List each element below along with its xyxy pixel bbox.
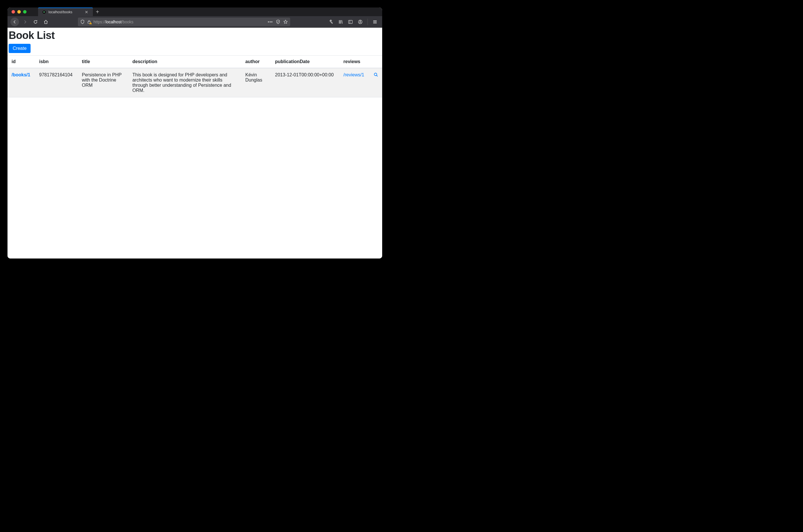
th-description: description <box>128 56 241 68</box>
th-reviews: reviews <box>340 56 369 68</box>
favicon-icon: ✦ <box>42 10 46 14</box>
th-title: title <box>78 56 128 68</box>
connection-lock-icon[interactable] <box>87 20 91 24</box>
url-text: https://localhost/books <box>93 20 266 24</box>
view-row-button[interactable] <box>373 72 378 77</box>
wrench-icon <box>329 20 333 24</box>
svg-point-10 <box>375 73 377 76</box>
th-author: author <box>241 56 271 68</box>
browser-toolbar: https://localhost/books ••• <box>7 16 382 28</box>
new-tab-button[interactable]: + <box>93 7 102 16</box>
bookmark-star-icon[interactable] <box>283 20 288 24</box>
table-header-row: id isbn title description author publica… <box>7 56 382 68</box>
browser-window: ✦ localhost/books ✕ + <box>7 7 382 259</box>
th-id: id <box>7 56 35 68</box>
th-publication-date: publicationDate <box>271 56 340 68</box>
tracking-shield-icon[interactable] <box>80 20 85 24</box>
svg-rect-2 <box>90 24 91 24</box>
hamburger-icon <box>373 20 377 24</box>
close-tab-button[interactable]: ✕ <box>84 10 89 15</box>
sidebar-icon <box>348 20 353 24</box>
toolbar-right <box>327 18 379 26</box>
window-controls <box>7 10 26 14</box>
arrow-left-icon <box>13 20 17 24</box>
reload-icon <box>33 20 38 24</box>
page-actions-icon[interactable]: ••• <box>268 20 273 24</box>
devtools-button[interactable] <box>327 18 335 26</box>
page-content: Book List Create id isbn title descripti… <box>7 28 382 259</box>
th-actions <box>369 56 382 68</box>
library-button[interactable] <box>336 18 345 26</box>
minimize-window-button[interactable] <box>17 10 21 14</box>
home-icon <box>43 20 48 24</box>
cell-description: This book is designed for PHP developers… <box>128 68 241 97</box>
titlebar: ✦ localhost/books ✕ + <box>7 7 382 16</box>
review-link[interactable]: /reviews/1 <box>344 72 364 77</box>
tabstrip: ✦ localhost/books ✕ + <box>38 7 102 16</box>
address-bar[interactable]: https://localhost/books ••• <box>78 18 290 26</box>
cell-author: Kévin Dunglas <box>241 68 271 97</box>
cell-title: Persistence in PHP with the Doctrine ORM <box>78 68 128 97</box>
reload-button[interactable] <box>31 18 40 26</box>
home-button[interactable] <box>41 18 50 26</box>
app-menu-button[interactable] <box>371 18 379 26</box>
search-icon <box>373 72 378 77</box>
browser-tab[interactable]: ✦ localhost/books ✕ <box>38 7 93 16</box>
library-icon <box>338 20 343 24</box>
cell-isbn: 9781782164104 <box>35 68 78 97</box>
page-title: Book List <box>7 30 382 41</box>
account-button[interactable] <box>356 18 365 26</box>
close-window-button[interactable] <box>12 10 15 14</box>
forward-button[interactable] <box>21 18 30 26</box>
sidebar-button[interactable] <box>346 18 355 26</box>
books-table: id isbn title description author publica… <box>7 55 382 97</box>
th-isbn: isbn <box>35 56 78 68</box>
svg-point-6 <box>360 21 361 22</box>
cell-publication-date: 2013-12-01T00:00:00+00:00 <box>271 68 340 97</box>
create-button[interactable]: Create <box>8 44 31 53</box>
toolbar-separator <box>367 19 368 25</box>
arrow-right-icon <box>23 20 28 24</box>
reader-shield-icon[interactable] <box>276 20 280 24</box>
account-icon <box>358 20 363 24</box>
book-id-link[interactable]: /books/1 <box>12 72 30 77</box>
tab-title: localhost/books <box>49 10 72 14</box>
svg-rect-3 <box>349 20 352 23</box>
maximize-window-button[interactable] <box>23 10 26 14</box>
svg-line-11 <box>377 76 378 77</box>
table-row: /books/1 9781782164104 Persistence in PH… <box>7 68 382 97</box>
back-button[interactable] <box>11 18 19 26</box>
svg-rect-1 <box>90 22 91 23</box>
